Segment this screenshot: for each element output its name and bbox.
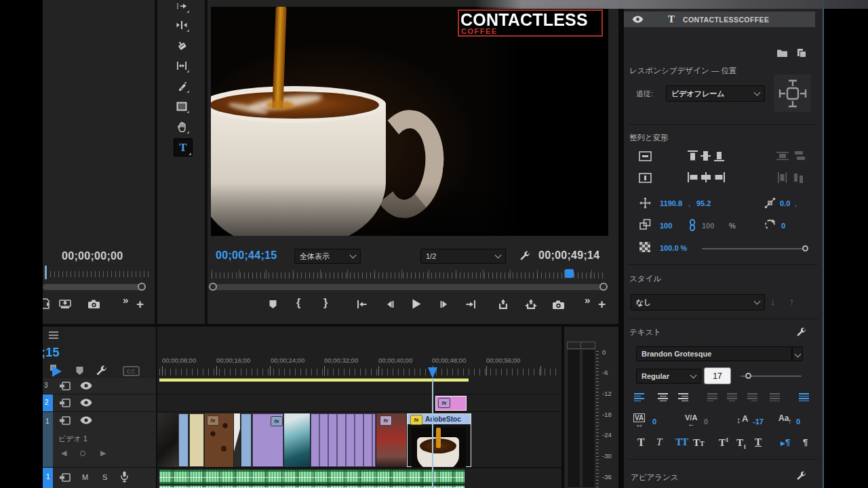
go-to-in-button[interactable] <box>355 299 368 309</box>
timeline-menu-icon[interactable] <box>48 330 59 340</box>
type-tool[interactable]: T <box>174 138 193 157</box>
program-zoom-knob-right[interactable] <box>599 283 608 291</box>
font-dropdown[interactable]: Brandon Grotesque <box>636 346 792 361</box>
track-target-icon[interactable] <box>59 416 71 425</box>
text-direction-button[interactable] <box>799 393 809 401</box>
source-more-button[interactable]: » <box>123 294 128 306</box>
timeline-clip[interactable] <box>178 413 189 467</box>
align-hcenter-frame-icon[interactable] <box>639 173 652 183</box>
scale-x-value[interactable]: 100 <box>660 222 672 230</box>
pin-to-frame-control[interactable] <box>774 75 811 112</box>
distribute-vertical-icon[interactable] <box>776 150 789 161</box>
rotation-value[interactable]: 0 <box>781 222 785 230</box>
mark-out-button[interactable]: } <box>323 297 328 309</box>
follow-dropdown[interactable]: ビデオフレーム <box>666 85 765 102</box>
step-back-button[interactable] <box>384 299 395 309</box>
appearance-wrench-icon[interactable] <box>795 470 808 483</box>
tracking-value[interactable]: 0 <box>652 418 656 426</box>
program-more-button[interactable]: » <box>585 294 590 306</box>
scale-link-icon[interactable] <box>689 219 696 231</box>
track-visibility-eye-icon[interactable] <box>80 399 92 407</box>
title-overlay-box[interactable]: CONTACTLESS COFFEE <box>458 9 603 37</box>
subscript-button[interactable]: T1 <box>736 436 747 450</box>
insert-icon[interactable] <box>58 298 72 309</box>
snap-icon[interactable] <box>50 365 64 378</box>
font-dropdown-chevron-button[interactable] <box>792 346 803 361</box>
kerning-value[interactable]: 0 <box>704 418 708 426</box>
program-add-button[interactable]: + <box>598 297 606 312</box>
timeline-playhead-head[interactable] <box>428 367 437 378</box>
source-add-button[interactable]: + <box>136 297 144 312</box>
timeline-settings-wrench-icon[interactable] <box>95 365 108 378</box>
extract-button[interactable] <box>525 298 537 310</box>
faux-bold-button[interactable]: T <box>637 436 645 449</box>
leading-value[interactable]: -17 <box>753 418 764 426</box>
timeline-clip-thumbnail[interactable]: fx <box>205 413 233 467</box>
timeline-clip-group[interactable] <box>311 413 376 467</box>
source-mini-ruler[interactable] <box>46 271 149 277</box>
scale-y-value[interactable]: 100 <box>702 222 714 230</box>
justify-last-center-button[interactable] <box>727 393 737 401</box>
track-target-icon[interactable] <box>59 473 71 482</box>
all-caps-button[interactable]: TT <box>675 436 688 448</box>
mute-button[interactable]: M <box>82 473 88 481</box>
track-visibility-eye-icon[interactable] <box>80 416 92 424</box>
distribute-horizontal-icon[interactable] <box>776 172 789 183</box>
align-text-right-button[interactable] <box>678 393 688 401</box>
justify-last-left-button[interactable] <box>707 393 717 401</box>
text-settings-wrench-icon[interactable] <box>795 327 808 339</box>
align-text-left-button[interactable] <box>634 393 644 401</box>
align-left-icon[interactable] <box>688 172 698 182</box>
timeline-clip-thumbnail[interactable]: fx <box>376 413 406 467</box>
track-visibility-eye-icon[interactable] <box>80 382 92 390</box>
transition-marker[interactable] <box>234 413 240 467</box>
pen-tool[interactable] <box>174 79 190 94</box>
timeline-clip[interactable]: fx <box>252 413 283 467</box>
leading-icon[interactable]: ↕ A <box>736 413 753 427</box>
position-x-value[interactable]: 1190.8 <box>660 199 682 207</box>
lift-button[interactable] <box>497 298 509 310</box>
superscript-button[interactable]: T1 <box>719 436 729 449</box>
timeline-clip-thumbnail[interactable] <box>284 413 310 467</box>
audio1-clip-waveform[interactable] <box>159 470 465 484</box>
rotation-icon[interactable] <box>763 218 776 231</box>
mark-in-button[interactable]: { <box>296 297 300 309</box>
track-target-icon[interactable] <box>59 399 71 407</box>
faux-italic-button[interactable]: T <box>656 436 662 448</box>
tracking-icon[interactable]: VA ↔ <box>633 413 649 427</box>
fit-dropdown[interactable]: 全体表示 <box>294 249 361 264</box>
add-keyframe-button[interactable] <box>80 451 85 456</box>
step-forward-button[interactable] <box>439 299 450 309</box>
program-current-timecode[interactable]: 00;00;44;15 <box>216 249 277 262</box>
add-marker-button[interactable] <box>267 299 278 310</box>
opacity-slider[interactable] <box>702 248 808 249</box>
program-zoom-bar[interactable] <box>212 284 605 290</box>
font-style-dropdown[interactable]: Regular <box>636 369 701 384</box>
underline-button[interactable]: T <box>755 436 762 448</box>
source-zoom-knob[interactable] <box>138 283 146 291</box>
ripple-edit-tool[interactable] <box>174 18 190 33</box>
align-vcenter-icon[interactable] <box>701 150 711 161</box>
track-select-forward-tool[interactable] <box>174 0 190 14</box>
opacity-value[interactable]: 100.0 % <box>660 244 687 252</box>
export-frame-button[interactable] <box>551 299 565 310</box>
work-area-bar[interactable] <box>159 378 469 382</box>
voiceover-mic-icon[interactable] <box>120 471 129 483</box>
hand-tool[interactable] <box>174 119 190 134</box>
timeline-clip-adobestock[interactable]: fx AdobeStoc <box>407 413 471 467</box>
go-to-out-button[interactable] <box>465 299 477 309</box>
layer-visibility-eye-icon[interactable] <box>632 16 644 23</box>
timeline-playhead-line[interactable] <box>432 378 433 488</box>
anchor-value[interactable]: 0.0 <box>780 199 790 207</box>
program-zoom-knob-left[interactable] <box>209 283 217 291</box>
rectangle-tool[interactable] <box>174 99 190 114</box>
new-layer-icon[interactable] <box>795 47 806 58</box>
prev-keyframe-button[interactable]: ◀ <box>61 449 66 458</box>
anchor-point-icon[interactable] <box>764 197 776 209</box>
position-y-value[interactable]: 95.2 <box>696 199 711 207</box>
kerning-icon[interactable]: V/A ← <box>685 413 701 427</box>
captions-cc-badge[interactable]: CC <box>123 366 140 376</box>
program-playhead-marker[interactable] <box>565 269 574 278</box>
style-push-up-button[interactable]: ↑ <box>789 296 795 307</box>
source-zoom-bar[interactable] <box>43 284 146 290</box>
